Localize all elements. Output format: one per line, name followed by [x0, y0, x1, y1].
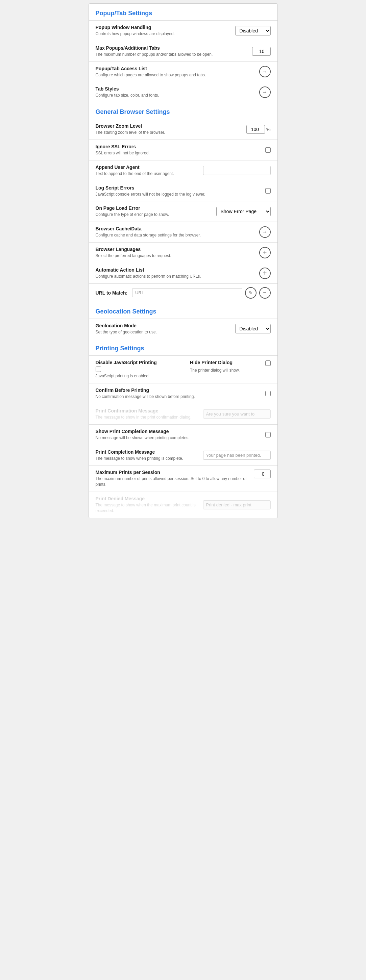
automatic-action-list-plus-btn[interactable]: +	[259, 267, 271, 279]
automatic-action-list-info: Automatic Action List Configure automati…	[95, 267, 259, 279]
hide-printer-dialog-info: Hide Printer Dialog The printer dialog w…	[183, 360, 271, 373]
append-user-agent-label: Append User Agent	[95, 164, 199, 170]
automatic-action-list-control: +	[259, 267, 271, 279]
max-popups-row: Max Popups/Additional Tabs The maximum n…	[89, 41, 277, 62]
url-to-match-input[interactable]	[132, 288, 242, 297]
max-prints-input[interactable]	[254, 469, 271, 478]
append-user-agent-control	[203, 166, 271, 175]
on-page-load-error-row: On Page Load Error Configure the type of…	[89, 201, 277, 222]
browser-cache-row[interactable]: Browser Cache/Data Configure cache and d…	[89, 222, 277, 242]
print-denied-message-control	[203, 500, 271, 509]
max-popups-input[interactable]	[252, 47, 271, 56]
max-prints-info: Maximum Prints per Session The maximum n…	[95, 469, 254, 487]
append-user-agent-info: Append User Agent Text to append to the …	[95, 164, 203, 177]
ignore-ssl-info: Ignore SSL Errors SSL errors will not be…	[95, 144, 265, 156]
log-script-errors-checkbox[interactable]	[265, 188, 271, 194]
append-user-agent-input[interactable]	[203, 166, 271, 175]
show-print-completion-info: Show Print Completion Message No message…	[95, 429, 265, 441]
append-user-agent-row: Append User Agent Text to append to the …	[89, 160, 277, 181]
log-script-errors-label: Log Script Errors	[95, 185, 261, 191]
on-page-load-error-select[interactable]: Show Error Page Show Blank Page Ignore	[216, 207, 271, 216]
zoom-level-row: Browser Zoom Level The starting zoom lev…	[89, 119, 277, 140]
disable-js-printing-sub	[95, 366, 177, 372]
max-popups-desc: The maximum number of popups and/or tabs…	[95, 52, 248, 57]
popup-window-handling-control: Disabled Enabled Allow All	[235, 26, 271, 35]
automatic-action-list-row[interactable]: Automatic Action List Configure automati…	[89, 263, 277, 283]
browser-languages-plus-btn[interactable]: +	[259, 247, 271, 258]
confirm-before-printing-info: Confirm Before Printing No confirmation …	[95, 388, 265, 399]
on-page-load-error-desc: Configure the type of error page to show…	[95, 212, 212, 218]
show-print-completion-label: Show Print Completion Message	[95, 429, 261, 434]
confirm-before-printing-label: Confirm Before Printing	[95, 388, 261, 393]
ignore-ssl-desc: SSL errors will not be ignored.	[95, 150, 261, 156]
max-prints-desc: The maximum number of prints allowed per…	[95, 476, 250, 487]
popup-window-handling-label: Popup Window Handling	[95, 25, 231, 30]
popup-access-list-row[interactable]: Popup/Tab Access List Configure which pa…	[89, 62, 277, 82]
max-popups-control	[252, 47, 271, 56]
tab-styles-info: Tab Styles Configure tab size, color, an…	[95, 86, 259, 98]
url-to-match-minus-btn[interactable]: −	[259, 287, 271, 299]
tab-styles-arrow-btn[interactable]: →	[259, 86, 271, 98]
zoom-level-label: Browser Zoom Level	[95, 123, 243, 129]
browser-cache-arrow-btn[interactable]: →	[259, 226, 271, 238]
zoom-level-desc: The starting zoom level of the browser.	[95, 130, 243, 135]
geolocation-mode-row: Geolocation Mode Set the type of geoloca…	[89, 318, 277, 339]
popup-window-handling-desc: Controls how popup windows are displayed…	[95, 31, 231, 37]
printing-dual-row: Disable JavaScript Printing JavaScript p…	[89, 355, 277, 383]
popup-window-handling-select[interactable]: Disabled Enabled Allow All	[235, 26, 271, 35]
hide-printer-dialog-desc: The printer dialog will show.	[190, 368, 271, 373]
log-script-errors-control	[265, 188, 271, 194]
show-print-completion-desc: No message will be shown when printing c…	[95, 435, 261, 441]
print-denied-message-row: Print Denied Message The message to show…	[89, 492, 277, 518]
on-page-load-error-control: Show Error Page Show Blank Page Ignore	[216, 207, 271, 216]
hide-printer-dialog-label: Hide Printer Dialog	[190, 360, 232, 365]
browser-cache-label: Browser Cache/Data	[95, 226, 255, 231]
ignore-ssl-checkbox[interactable]	[265, 147, 271, 153]
zoom-level-info: Browser Zoom Level The starting zoom lev…	[95, 123, 247, 135]
browser-languages-desc: Select the preferred languages to reques…	[95, 253, 255, 259]
tab-styles-row[interactable]: Tab Styles Configure tab size, color, an…	[89, 82, 277, 102]
max-popups-info: Max Popups/Additional Tabs The maximum n…	[95, 45, 252, 57]
popup-access-list-arrow-btn[interactable]: →	[259, 66, 271, 77]
print-denied-message-label: Print Denied Message	[95, 496, 199, 501]
append-user-agent-desc: Text to append to the end of the user ag…	[95, 171, 199, 177]
automatic-action-list-desc: Configure automatic actions to perform o…	[95, 274, 255, 279]
tab-styles-desc: Configure tab size, color, and fonts.	[95, 92, 255, 98]
browser-languages-label: Browser Languages	[95, 247, 255, 252]
print-completion-message-control	[203, 451, 271, 460]
show-print-completion-row: Show Print Completion Message No message…	[89, 424, 277, 445]
popup-section-title: Popup/Tab Settings	[89, 4, 277, 20]
settings-container: Popup/Tab Settings Popup Window Handling…	[89, 3, 278, 518]
popup-access-list-info: Popup/Tab Access List Configure which pa…	[95, 66, 259, 78]
popup-access-list-label: Popup/Tab Access List	[95, 66, 255, 71]
printing-section-title: Printing Settings	[89, 339, 277, 355]
zoom-level-input[interactable]	[247, 125, 265, 134]
confirm-before-printing-checkbox[interactable]	[265, 391, 271, 396]
max-prints-row: Maximum Prints per Session The maximum n…	[89, 465, 277, 492]
browser-languages-info: Browser Languages Select the preferred l…	[95, 247, 259, 259]
browser-cache-desc: Configure cache and data storage setting…	[95, 232, 255, 238]
hide-printer-dialog-checkbox[interactable]	[265, 360, 271, 366]
print-confirmation-message-control	[203, 409, 271, 418]
print-confirmation-message-row: Print Confirmation Message The message t…	[89, 404, 277, 424]
geolocation-mode-control: Disabled Enabled Custom	[235, 324, 271, 333]
zoom-percent-label: %	[266, 127, 271, 132]
show-print-completion-checkbox[interactable]	[265, 432, 271, 438]
browser-languages-row[interactable]: Browser Languages Select the preferred l…	[89, 242, 277, 263]
disable-js-printing-desc: JavaScript printing is enabled.	[95, 373, 177, 379]
print-confirmation-message-desc: The message to show in the print confirm…	[95, 415, 199, 420]
tab-styles-label: Tab Styles	[95, 86, 255, 92]
confirm-before-printing-control	[265, 391, 271, 396]
log-script-errors-row: Log Script Errors JavaScript console err…	[89, 181, 277, 201]
print-confirmation-message-label: Print Confirmation Message	[95, 408, 199, 414]
disable-js-printing-checkbox[interactable]	[95, 366, 101, 372]
print-completion-message-input[interactable]	[203, 451, 271, 460]
url-to-match-pencil-btn[interactable]: ✎	[245, 287, 256, 299]
geolocation-mode-select[interactable]: Disabled Enabled Custom	[235, 324, 271, 333]
geolocation-mode-info: Geolocation Mode Set the type of geoloca…	[95, 323, 235, 335]
print-completion-message-label: Print Completion Message	[95, 449, 199, 455]
geolocation-mode-label: Geolocation Mode	[95, 323, 231, 328]
print-completion-message-row: Print Completion Message The message to …	[89, 445, 277, 466]
url-to-match-row: URL to Match: ✎ −	[89, 283, 277, 302]
on-page-load-error-label: On Page Load Error	[95, 205, 212, 211]
